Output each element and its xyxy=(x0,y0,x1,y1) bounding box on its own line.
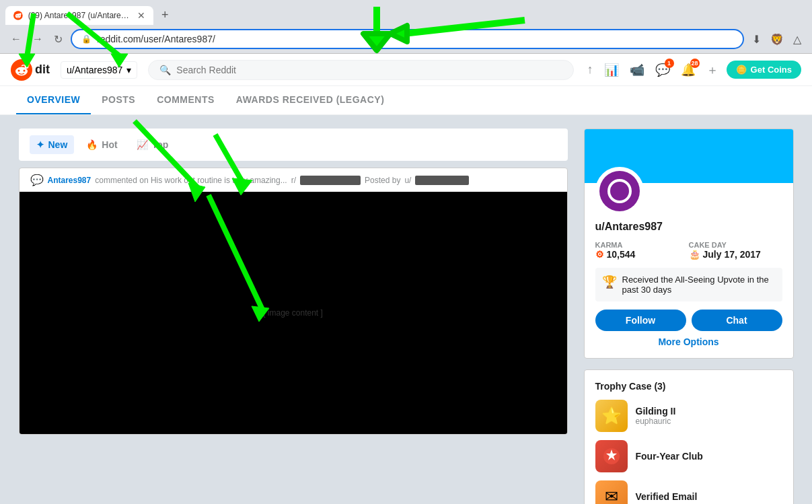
arrow-up-icon[interactable]: ↑ xyxy=(585,60,596,79)
header-actions: ↑ 📊 📹 💬 1 🔔 28 ＋ 🪙 Get Coins xyxy=(585,59,801,81)
filter-top-button[interactable]: 📈 Top xyxy=(130,135,176,154)
trophy-case-title: Trophy Case (3) xyxy=(595,381,782,392)
notification-badge: 28 xyxy=(690,59,700,68)
search-bar[interactable]: 🔍 xyxy=(148,60,573,80)
new-tab-button[interactable]: + xyxy=(156,5,174,25)
toolbar-icons: ⬇ 🦁 △ xyxy=(749,30,804,48)
trophy-fouryear-info: Four-Year Club xyxy=(636,451,703,462)
browser-toolbar: ← → ↻ 🔒 reddit.com/user/Antares987/ ⬇ 🦁 … xyxy=(0,25,812,53)
sidebar: u/Antares987 Karma ⚙ 10,544 Cake day xyxy=(584,129,794,504)
get-coins-label: Get Coins xyxy=(751,65,792,75)
reddit-favicon xyxy=(13,10,23,21)
chat-badge: 1 xyxy=(665,59,674,68)
chat-icon[interactable]: 💬 1 xyxy=(653,60,673,80)
tab-title: (29) Antares987 (u/Antares987) - xyxy=(28,11,129,20)
tab-bar: (29) Antares987 (u/Antares987) - ✕ + xyxy=(0,0,812,25)
profile-stats: Karma ⚙ 10,544 Cake day 🎂 July 17, 2017 xyxy=(595,241,782,260)
new-icon: ✦ xyxy=(36,139,44,150)
svg-point-2 xyxy=(16,15,17,15)
four-year-svg xyxy=(602,447,621,466)
nav-item-overview[interactable]: OVERVIEW xyxy=(16,86,91,114)
trophy-fouryear-name: Four-Year Club xyxy=(636,451,703,462)
url-text: reddit.com/user/Antares987/ xyxy=(97,34,733,44)
reddit-app: dit u/Antares987 ▾ 🔍 ↑ 📊 📹 💬 1 🔔 28 ＋ 🪙 xyxy=(0,54,812,504)
nav-item-comments[interactable]: COMMENTS xyxy=(146,86,225,114)
post-image: [ image content ] xyxy=(20,192,567,434)
back-button[interactable]: ← xyxy=(8,30,24,48)
tab-close-button[interactable]: ✕ xyxy=(137,10,145,21)
profile-nav: OVERVIEW POSTS COMMENTS AWARDS RECEIVED … xyxy=(0,86,812,115)
comment-icon: 💬 xyxy=(30,174,44,186)
stats-icon[interactable]: 📊 xyxy=(601,60,622,80)
nav-item-awards[interactable]: AWARDS RECEIVED (LEGACY) xyxy=(225,86,395,114)
chevron-down-icon: ▾ xyxy=(126,65,131,75)
reddit-header: dit u/Antares987 ▾ 🔍 ↑ 📊 📹 💬 1 🔔 28 ＋ 🪙 xyxy=(0,54,812,86)
trophy-email-icon: ✉ xyxy=(595,480,628,504)
karma-number: 10,544 xyxy=(607,249,636,260)
avatar-inner xyxy=(599,171,640,211)
cakeday-value: 🎂 July 17, 2017 xyxy=(689,249,782,260)
feed-area: ✦ New 🔥 Hot 📈 Top 💬 Antares987 commented xyxy=(19,129,568,504)
profile-avatar-wrap xyxy=(595,167,782,215)
browser-chrome: (29) Antares987 (u/Antares987) - ✕ + ← →… xyxy=(0,0,812,54)
reddit-logo-icon xyxy=(11,59,32,81)
download-icon[interactable]: ⬇ xyxy=(749,30,764,48)
avatar-circle xyxy=(607,179,632,203)
cakeday-label: Cake day xyxy=(689,241,782,249)
more-options-link[interactable]: More Options xyxy=(595,336,782,347)
karma-stat: Karma ⚙ 10,544 xyxy=(595,241,689,260)
trophy-gilding-icon: ⭐ xyxy=(595,400,628,432)
brave-rewards-icon[interactable]: △ xyxy=(790,30,804,48)
reddit-logo: dit xyxy=(11,59,50,81)
follow-button[interactable]: Follow xyxy=(595,310,686,331)
post-author-link[interactable]: Antares987 xyxy=(48,176,91,185)
filter-new-button[interactable]: ✦ New xyxy=(30,135,75,154)
get-coins-button[interactable]: 🪙 Get Coins xyxy=(727,61,801,79)
user-dropdown[interactable]: u/Antares987 ▾ xyxy=(61,61,137,79)
feed-filters: ✦ New 🔥 Hot 📈 Top xyxy=(19,129,568,161)
trophy-gilding-info: Gilding II euphauric xyxy=(636,406,676,426)
post-user-prefix: u/ xyxy=(404,176,411,185)
refresh-button[interactable]: ↻ xyxy=(51,30,65,48)
chat-button[interactable]: Chat xyxy=(692,310,782,331)
profile-actions: Follow Chat xyxy=(595,310,782,331)
post-subreddit-prefix: r/ xyxy=(291,176,296,185)
video-icon[interactable]: 📹 xyxy=(627,60,647,80)
profile-card-body: u/Antares987 Karma ⚙ 10,544 Cake day xyxy=(585,183,793,358)
avatar xyxy=(595,167,644,215)
lock-icon: 🔒 xyxy=(81,34,91,44)
post-commented-text: commented on His work out routine is tru… xyxy=(95,176,287,185)
main-content: ✦ New 🔥 Hot 📈 Top 💬 Antares987 commented xyxy=(3,115,810,504)
svg-point-8 xyxy=(24,69,26,71)
nav-item-posts[interactable]: POSTS xyxy=(91,86,146,114)
trophy-fouryear-icon xyxy=(595,440,628,472)
karma-icon: ⚙ xyxy=(595,249,604,260)
hot-icon: 🔥 xyxy=(86,139,98,150)
trophy-gilding-sub: euphauric xyxy=(636,417,676,426)
subreddit-blurred xyxy=(300,176,361,185)
achievement-text: Received the All-Seeing Upvote in the pa… xyxy=(622,275,776,295)
user-dropdown-label: u/Antares987 xyxy=(67,65,122,75)
post-image-content: [ image content ] xyxy=(263,308,323,318)
trophy-item-fouryear: Four-Year Club xyxy=(595,440,782,472)
trophy-email-name: Verified Email xyxy=(636,491,698,502)
coin-icon: 🪙 xyxy=(736,65,747,75)
karma-label: Karma xyxy=(595,241,689,249)
forward-button[interactable]: → xyxy=(30,30,46,48)
notification-icon[interactable]: 🔔 28 xyxy=(678,60,698,80)
active-tab[interactable]: (29) Antares987 (u/Antares987) - ✕ xyxy=(5,6,153,25)
profile-username: u/Antares987 xyxy=(595,221,782,233)
svg-point-7 xyxy=(18,69,20,71)
search-icon: 🔍 xyxy=(159,65,171,75)
search-input[interactable] xyxy=(176,65,562,75)
trophy-small-icon: 🏆 xyxy=(602,275,617,289)
svg-point-3 xyxy=(19,15,20,15)
plus-icon[interactable]: ＋ xyxy=(704,59,721,81)
trophy-item-gilding: ⭐ Gilding II euphauric xyxy=(595,400,782,432)
cakeday-stat: Cake day 🎂 July 17, 2017 xyxy=(689,241,782,260)
post-header: 💬 Antares987 commented on His work out r… xyxy=(20,168,567,192)
address-bar[interactable]: 🔒 reddit.com/user/Antares987/ xyxy=(71,29,744,49)
filter-hot-button[interactable]: 🔥 Hot xyxy=(79,135,124,154)
brave-shield-icon[interactable]: 🦁 xyxy=(768,30,786,48)
logo-text: dit xyxy=(35,63,50,77)
